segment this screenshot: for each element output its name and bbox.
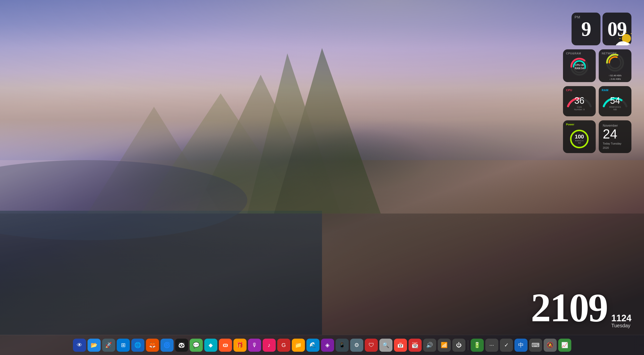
- date-day: 24: [603, 127, 617, 140]
- ram-large-title: RAM: [602, 89, 609, 92]
- dock: 👁📂🚀⊞🌐🦊🌀🐼💬◆🎟🎁🎙♪G📁🌊◈📱⚙🛡🔍📅📆🔊📶⏻🔋···✓中⌨🔕📈: [0, 335, 644, 355]
- clock-period: PM: [575, 15, 580, 19]
- cpu-ram-widget: CPU&RAM CPU:36 RAM:54: [563, 49, 596, 82]
- cpu-large-value: 36: [573, 96, 586, 105]
- cpu-large-title: CPU: [566, 89, 572, 92]
- dock-icon-power[interactable]: ⏻: [452, 339, 465, 352]
- dock-icon-check[interactable]: ✓: [500, 339, 513, 352]
- dock-icon-input[interactable]: ⌨: [529, 339, 542, 352]
- large-time-side: 1124 Tuesday: [611, 314, 631, 329]
- dock-icon-browser[interactable]: 🌐: [131, 339, 144, 352]
- weather-icon: [614, 31, 631, 45]
- dock-icon-launchpad[interactable]: 🚀: [102, 339, 115, 352]
- svg-line-10: [631, 33, 631, 34]
- dock-icon-wechat[interactable]: 💬: [190, 339, 203, 352]
- dock-icon-search[interactable]: 🔍: [379, 339, 392, 352]
- network-widget: NETWORK ↑:52.46 KB/s ↓:3.61 KB/s: [599, 49, 631, 82]
- dock-icon-app12[interactable]: 🎁: [233, 339, 247, 352]
- cpu-ram-donut: CPU:36 RAM:54: [569, 57, 589, 77]
- large-time-side-day: Tuesday: [611, 323, 630, 329]
- dock-icon-firefox[interactable]: 🦊: [146, 339, 159, 352]
- dock-icon-app10[interactable]: ◆: [204, 339, 217, 352]
- dock-icon-language[interactable]: 中: [514, 339, 528, 352]
- widgets-panel: PM 9 09: [563, 13, 631, 153]
- dock-icon-battery[interactable]: 🔋: [471, 339, 484, 352]
- dock-icon-app17[interactable]: 🌊: [306, 339, 319, 352]
- clock-minute-panel: 09: [602, 13, 631, 45]
- dock-icon-app16[interactable]: 📁: [292, 339, 305, 352]
- date-widget: November 24 Today Tuesday 2020: [599, 120, 631, 153]
- dock-separator: [468, 340, 468, 350]
- network-upload: ↑:52.46 KB/s ↓:3.61 KB/s: [609, 74, 621, 81]
- row-cpu-ram-large: CPU 36 Core Number: 8 RAM: [563, 86, 631, 116]
- date-info: Today Tuesday 2020: [603, 141, 621, 150]
- ram-large-sub: 8898/16321 MB: [608, 106, 622, 111]
- dock-icon-wifi[interactable]: 📶: [438, 339, 451, 352]
- ram-value: RAM:54: [575, 67, 584, 70]
- dock-icon-app15[interactable]: G: [277, 339, 290, 352]
- battery-sub: Battery is full: [574, 139, 584, 144]
- dock-icon-app8[interactable]: 🐼: [175, 339, 188, 352]
- dock-icon-settings[interactable]: ⚙: [350, 339, 363, 352]
- cpu-value: CPU:36: [575, 63, 584, 67]
- cpu-ram-title: CPU&RAM: [566, 52, 581, 55]
- clock-hour: 9: [581, 19, 591, 39]
- dock-icon-calendar[interactable]: 📅: [394, 339, 407, 352]
- dock-icon-notification[interactable]: 🔕: [544, 339, 557, 352]
- clock-hour-panel: PM 9: [572, 13, 600, 45]
- power-widget: Power 100 Battery is full: [563, 120, 596, 153]
- battery-circle: 100 Battery is full: [569, 129, 589, 149]
- ram-large-widget: RAM 54 8898/16321 MB: [599, 86, 631, 116]
- large-time-main: 2109: [531, 288, 607, 328]
- dock-icon-damai[interactable]: 🎟: [219, 339, 232, 352]
- dock-icon-finder[interactable]: 📂: [88, 339, 101, 352]
- dock-icon-app21[interactable]: 🛡: [365, 339, 378, 352]
- svg-line-13: [621, 33, 622, 34]
- clock-widget: PM 9 09: [572, 13, 631, 45]
- network-donut: [605, 53, 625, 73]
- row-cpu-network: CPU&RAM CPU:36 RAM:54 NETWORK: [563, 49, 631, 82]
- dock-icon-simulator[interactable]: 📱: [336, 339, 349, 352]
- large-time-display: 2109 1124 Tuesday: [531, 288, 631, 331]
- dock-icon-music[interactable]: ♪: [263, 339, 276, 352]
- dock-icon-chrome[interactable]: 🌀: [160, 339, 174, 352]
- dock-icon-screen-buddy[interactable]: 👁: [73, 339, 86, 352]
- cpu-ram-values: CPU:36 RAM:54: [575, 63, 584, 70]
- dock-icon-app18[interactable]: ◈: [321, 339, 334, 352]
- dock-icon-stockbar[interactable]: 📈: [558, 339, 571, 352]
- dock-icon-podcast[interactable]: 🎙: [248, 339, 261, 352]
- svg-line-12: [631, 43, 631, 44]
- row-power-date: Power 100 Battery is full November 24 To…: [563, 120, 631, 153]
- cpu-large-widget: CPU 36 Core Number: 8: [563, 86, 596, 116]
- dock-icon-volume[interactable]: 🔊: [423, 339, 436, 352]
- battery-value-center: 100 Battery is full: [574, 134, 584, 144]
- cpu-large-sub: Core Number: 8: [573, 106, 586, 111]
- ram-large-value: 54: [608, 96, 622, 105]
- battery-number: 100: [574, 134, 584, 139]
- large-time-side-num: 1124: [611, 314, 631, 323]
- dock-icon-more[interactable]: ···: [485, 339, 498, 352]
- power-title: Power: [566, 123, 574, 126]
- dock-icon-appnov[interactable]: 📆: [409, 339, 422, 352]
- dock-icon-microsoft-apps[interactable]: ⊞: [117, 339, 130, 352]
